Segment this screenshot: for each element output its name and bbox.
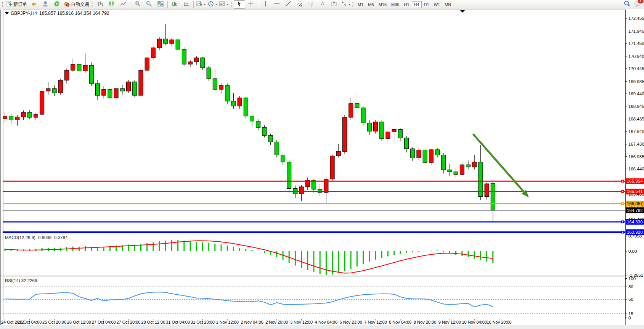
candle-body [194, 58, 199, 62]
price-axis-label: 169.935 [628, 79, 644, 84]
timeframe-M5[interactable]: M5 [366, 1, 376, 8]
price-axis-label: 169.440 [628, 91, 644, 96]
candle-body [355, 104, 359, 108]
symbol-dropdown-icon[interactable] [5, 12, 9, 14]
svg-text:A: A [321, 1, 324, 6]
auto-trading-button[interactable]: 自动交易 [63, 0, 90, 9]
cursor-icon [236, 1, 243, 8]
rsi-axis-label: 0 [628, 316, 631, 320]
search-icon[interactable] [624, 0, 630, 8]
chart-canvas[interactable]: GBPJPY-,H4 165.857 165.916 164.354 164.7… [0, 10, 644, 329]
candle-body [405, 138, 409, 149]
candle-body [367, 123, 371, 131]
text-label-tool-button[interactable]: T [328, 0, 340, 9]
vertical-line-tool-button[interactable] [260, 0, 271, 9]
candle-body [145, 58, 149, 71]
timeframe-H4[interactable]: H4 [412, 1, 422, 8]
timeframe-D1[interactable]: D1 [422, 1, 432, 8]
market-watch-button[interactable] [40, 0, 51, 9]
candle-body [361, 108, 365, 123]
rsi-line [5, 292, 493, 307]
price-badge-label: 165.057 [627, 201, 643, 206]
new-order-button[interactable]: 新订单 [5, 0, 28, 9]
time-axis-label: 4 Nov 04:00 [315, 320, 337, 324]
candle-body [256, 121, 260, 127]
toolbar-grip[interactable] [2, 2, 4, 8]
candlestick-chart-button[interactable] [106, 0, 117, 9]
candle-body [157, 39, 162, 48]
timeframe-M1[interactable]: M1 [355, 1, 366, 8]
cursor-tool-button[interactable] [234, 0, 245, 9]
candle-body [207, 68, 211, 79]
separator [130, 1, 131, 8]
toolbar-grip2[interactable] [92, 2, 93, 8]
time-axis-label: 8 Nov 04:00 [389, 320, 411, 324]
candle-body [164, 39, 168, 43]
zoom-out-button[interactable] [143, 0, 155, 9]
candle-body [96, 83, 100, 95]
horizontal-line-icon [274, 1, 280, 8]
bar-chart-button[interactable] [95, 0, 106, 9]
indicators-icon [196, 1, 202, 8]
time-axis-label: 25 Oct 04:00 [18, 320, 42, 324]
signal-button[interactable] [51, 0, 63, 9]
candle-body [268, 135, 273, 142]
rsi-axis-label: 80 [628, 284, 633, 289]
toolbar-grip4[interactable] [352, 2, 354, 8]
tile-windows-button[interactable] [155, 0, 166, 9]
candle-body [114, 88, 118, 98]
candle-body [77, 64, 81, 71]
horizontal-line-tool-button[interactable] [271, 0, 283, 9]
periods-button[interactable]: ▾ [207, 0, 218, 9]
auto-scroll-button[interactable] [169, 0, 181, 9]
toolbar-grip3[interactable] [231, 2, 233, 8]
timeframe-MN[interactable]: MN [442, 1, 453, 8]
time-axis-label: 6 Nov 23:00 [340, 320, 362, 324]
time-axis-label: 1 Nov 12:00 [216, 320, 239, 324]
candle-body [238, 98, 242, 106]
candle-body [287, 162, 291, 189]
arrows-tool-button[interactable]: ▾ [340, 0, 351, 9]
channel-tool-button[interactable]: E [294, 0, 305, 9]
templates-button[interactable]: ▾ [218, 0, 230, 9]
trendline-tool-button[interactable] [283, 0, 294, 9]
channel-icon: E [297, 1, 303, 8]
horn-button[interactable] [28, 0, 40, 9]
crosshair-tool-button[interactable] [245, 0, 257, 9]
candle-body [34, 114, 38, 117]
rsi-label: RSI(14) 32.2269 [5, 278, 37, 283]
chart-region: GBPJPY-,H4 165.857 165.916 164.354 164.7… [0, 10, 644, 329]
timeframe-H1[interactable]: H1 [401, 1, 411, 8]
line-chart-icon [120, 1, 126, 8]
time-axis-label: 7 Nov 12:00 [364, 320, 387, 324]
separator [167, 1, 168, 8]
rsi-panel-frame [3, 277, 625, 319]
price-badge-label: 164.330 [627, 220, 643, 224]
timeframe-M30[interactable]: M30 [389, 1, 401, 8]
chart-shift-marker[interactable] [460, 10, 465, 13]
mt4-window: { "toolbar": { "new_order_label": "新订单",… [0, 0, 644, 329]
fibonacci-tool-button[interactable]: F [305, 0, 317, 9]
price-axis-label: 170.940 [628, 54, 644, 59]
line-chart-button[interactable] [117, 0, 129, 9]
candle-body [275, 142, 279, 155]
timeframe-W1[interactable]: W1 [432, 1, 443, 8]
zoom-in-button[interactable] [132, 0, 143, 9]
candle-body [244, 98, 248, 116]
chat-button[interactable]: 1 [634, 1, 641, 8]
separator [258, 1, 259, 8]
chart-title-ohlc: 165.857 165.916 164.354 164.792 [39, 11, 109, 16]
timeframe-M15[interactable]: M15 [376, 1, 389, 8]
candle-body [15, 117, 19, 120]
chart-shift-button[interactable] [181, 0, 192, 9]
auto-scroll-icon [172, 1, 178, 8]
person-icon [42, 1, 48, 8]
candle-body [491, 184, 495, 210]
text-tool-button[interactable]: A [317, 0, 328, 9]
candle-body [65, 70, 69, 80]
price-axis-label: 167.430 [628, 142, 644, 146]
candle-body [151, 48, 155, 58]
indicators-button[interactable]: ▾ [195, 0, 207, 9]
crosshair-icon [248, 1, 254, 8]
time-axis-label: 3 Nov 12:00 [290, 320, 313, 324]
